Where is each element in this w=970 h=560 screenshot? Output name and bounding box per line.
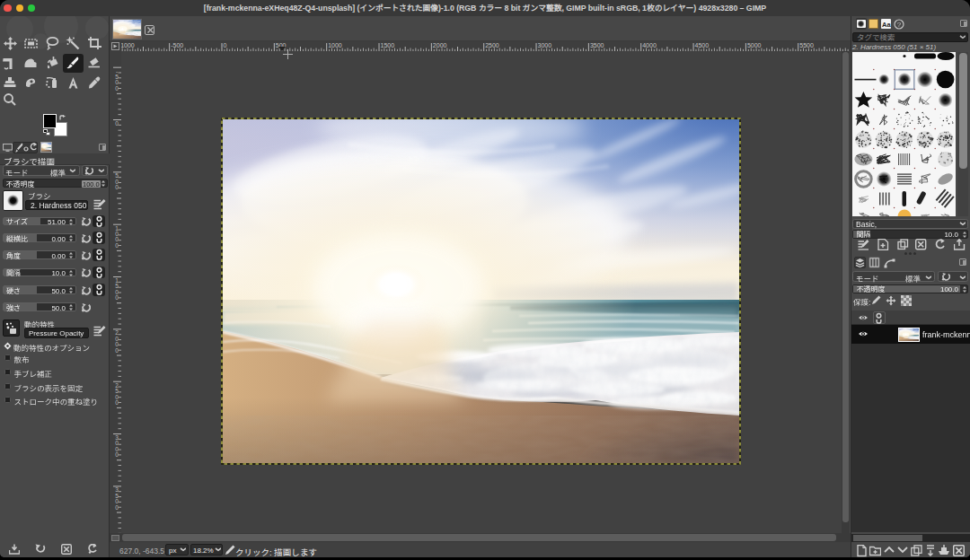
svg-text:?: ? [897,20,902,28]
svg-text:5000: 5000 [747,42,762,48]
svg-text:-500: -500 [171,42,183,48]
svg-text:0: 0 [224,42,227,48]
svg-text:1000: 1000 [328,42,342,48]
svg-text:1500: 1500 [381,42,395,48]
svg-text:3500: 3500 [590,42,604,48]
svg-text:0: 0 [115,184,119,190]
svg-text:4000: 4000 [642,42,657,48]
svg-text:3000: 3000 [538,42,552,48]
svg-text:5500: 5500 [799,42,814,48]
svg-text:0: 0 [115,120,119,127]
svg-text:4500: 4500 [695,42,710,48]
svg-text:2000: 2000 [433,42,447,48]
svg-text:2500: 2500 [485,42,499,48]
